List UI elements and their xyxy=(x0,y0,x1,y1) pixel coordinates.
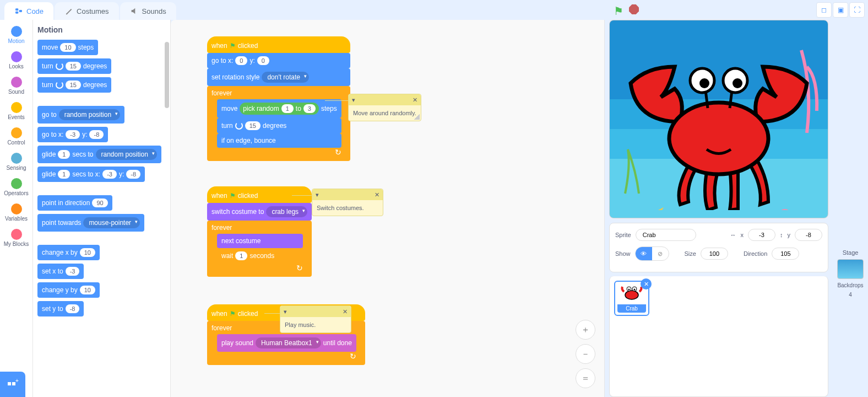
block-switch-costume[interactable]: switch costume tocrab legs xyxy=(207,203,312,221)
right-panel: Sprite ↔ x ↕ y Show 👁 ⊘ Size xyxy=(605,20,868,397)
fullscreen-button[interactable]: ⛶ xyxy=(849,2,865,18)
zoom-in-button[interactable]: ＋ xyxy=(576,320,595,340)
operators-dot-icon xyxy=(11,178,22,189)
category-events[interactable]: Events xyxy=(0,98,33,124)
category-motion[interactable]: Motion xyxy=(0,22,33,47)
script-stack-2[interactable]: when⚑clicked switch costume tocrab legs … xyxy=(207,186,312,277)
category-sound[interactable]: Sound xyxy=(0,73,33,98)
script-stack-1[interactable]: when⚑clicked go to x:0y:0 set rotation s… xyxy=(207,36,350,161)
sprite-list[interactable]: ✕ Crab xyxy=(609,276,828,397)
block-change-x[interactable]: change x by10 xyxy=(37,245,100,260)
svg-rect-3 xyxy=(8,382,11,385)
stage-selector-column: Stage Backdrops 4 xyxy=(834,20,867,397)
block-change-y[interactable]: change y by10 xyxy=(37,282,100,298)
block-turn-cw[interactable]: turn15degrees xyxy=(37,58,111,74)
show-hide-toggle: 👁 ⊘ xyxy=(635,246,669,261)
block-if-edge-bounce[interactable]: if on edge, bounce xyxy=(217,133,341,148)
comment-1[interactable]: ▾✕ Move around randomly. xyxy=(348,94,421,121)
sprite-direction-input[interactable] xyxy=(772,248,799,260)
stop-button[interactable] xyxy=(629,4,639,14)
loop-arrow-icon: ↻ xyxy=(211,352,356,361)
sprite-x-input[interactable] xyxy=(748,229,775,241)
comment-3[interactable]: ▾✕ Play music. xyxy=(280,305,351,333)
large-stage-button[interactable]: ▣ xyxy=(833,2,848,18)
block-when-flag-clicked[interactable]: when⚑clicked xyxy=(207,36,350,53)
block-when-flag-clicked[interactable]: when⚑clicked xyxy=(207,186,312,203)
motion-dot-icon xyxy=(11,26,22,37)
stage-canvas[interactable] xyxy=(609,20,828,218)
block-goto[interactable]: go torandom position xyxy=(37,106,124,124)
svg-point-12 xyxy=(733,78,742,88)
sprite-thumb-crab[interactable]: ✕ Crab xyxy=(614,281,649,316)
block-turn-ccw[interactable]: turn15degrees xyxy=(37,77,111,93)
loop-arrow-icon: ↻ xyxy=(211,264,303,272)
block-play-sound-until-done[interactable]: play soundHuman Beatbox1until done xyxy=(217,334,356,352)
block-goto-xy[interactable]: go to x:0y:0 xyxy=(207,53,350,68)
block-point-direction[interactable]: point in direction90 xyxy=(37,195,112,211)
small-stage-button[interactable]: ◻ xyxy=(816,2,832,18)
comment-close-icon[interactable]: ✕ xyxy=(343,308,348,315)
block-palette[interactable]: Motion move10steps turn15degrees turn15d… xyxy=(33,20,171,397)
svg-rect-2 xyxy=(19,10,22,12)
block-glide-to[interactable]: glide1secs torandom position xyxy=(37,146,161,163)
loop-arrow-icon: ↻ xyxy=(211,148,341,157)
block-glide-xy[interactable]: glide1secs to x:-3y:-8 xyxy=(37,167,145,182)
tab-sounds[interactable]: Sounds xyxy=(120,2,176,20)
block-move-steps[interactable]: movepick random1to3steps xyxy=(217,99,341,118)
block-forever[interactable]: forever movepick random1to3steps turn15d… xyxy=(207,86,350,161)
category-variables[interactable]: Variables xyxy=(0,200,33,225)
block-goto-xy[interactable]: go to x:-3y:-8 xyxy=(37,127,108,142)
category-operators[interactable]: Operators xyxy=(0,174,33,200)
palette-scrollbar[interactable] xyxy=(165,42,169,108)
sprite-name-input[interactable] xyxy=(636,229,696,241)
sprite-y-input[interactable] xyxy=(795,229,822,241)
svg-point-13 xyxy=(778,209,791,210)
backdrop-thumb[interactable] xyxy=(837,259,864,279)
size-label: Size xyxy=(685,250,696,257)
script-workspace[interactable]: when⚑clicked go to x:0y:0 set rotation s… xyxy=(171,20,605,397)
category-control[interactable]: Control xyxy=(0,124,33,149)
green-flag-button[interactable]: ⚑ xyxy=(614,4,623,18)
category-myblocks[interactable]: My Blocks xyxy=(0,225,33,250)
block-point-towards[interactable]: point towardsmouse-pointer xyxy=(37,214,144,232)
show-button[interactable]: 👁 xyxy=(636,247,652,260)
category-looks[interactable]: Looks xyxy=(0,47,33,73)
hide-button[interactable]: ⊘ xyxy=(652,247,669,260)
tab-costumes[interactable]: Costumes xyxy=(55,2,119,20)
events-dot-icon xyxy=(11,102,22,113)
block-wait[interactable]: wait1seconds xyxy=(217,248,303,264)
block-move-steps[interactable]: move10steps xyxy=(37,40,98,55)
zoom-reset-button[interactable]: ＝ xyxy=(576,368,595,388)
category-sensing[interactable]: Sensing xyxy=(0,149,33,174)
sprite-size-input[interactable] xyxy=(701,248,728,260)
sprite-crab-render xyxy=(614,45,823,210)
direction-label: Direction xyxy=(744,250,767,257)
block-set-rotation-style[interactable]: set rotation styledon't rotate xyxy=(207,68,350,86)
block-pick-random[interactable]: pick random1to3 xyxy=(240,103,319,115)
block-set-y[interactable]: set y to-8 xyxy=(37,301,84,316)
block-forever[interactable]: forever next costume wait1seconds ↻ xyxy=(207,221,312,277)
comment-close-icon[interactable]: ✕ xyxy=(375,191,379,198)
turn-ccw-icon xyxy=(56,81,63,89)
top-bar: Code Costumes Sounds ⚑ ◻ ▣ ⛶ xyxy=(0,0,868,20)
block-turn-ccw[interactable]: turn15degrees xyxy=(217,118,341,133)
comment-close-icon[interactable]: ✕ xyxy=(413,96,417,104)
comment-collapse-icon[interactable]: ▾ xyxy=(352,96,355,104)
zoom-out-button[interactable]: － xyxy=(576,344,595,364)
brush-icon xyxy=(64,7,73,15)
comment-collapse-icon[interactable]: ▾ xyxy=(316,191,319,198)
comment-2[interactable]: ▾✕ Switch costumes. xyxy=(312,189,383,216)
sound-dot-icon xyxy=(11,77,22,88)
add-extension-button[interactable]: + xyxy=(0,372,25,397)
comment-resize-handle[interactable] xyxy=(414,114,420,120)
delete-sprite-button[interactable]: ✕ xyxy=(641,278,652,289)
category-sidebar: Motion Looks Sound Events Control Sensin… xyxy=(0,20,33,397)
comment-connector xyxy=(325,100,348,101)
block-set-x[interactable]: set x to-3 xyxy=(37,264,84,279)
tab-code[interactable]: Code xyxy=(4,2,53,20)
workspace-zoom-controls: ＋ － ＝ xyxy=(576,320,595,388)
stage-label: Stage xyxy=(843,249,859,256)
block-next-costume[interactable]: next costume xyxy=(217,234,303,248)
comment-collapse-icon[interactable]: ▾ xyxy=(284,308,287,315)
control-dot-icon xyxy=(11,127,22,138)
